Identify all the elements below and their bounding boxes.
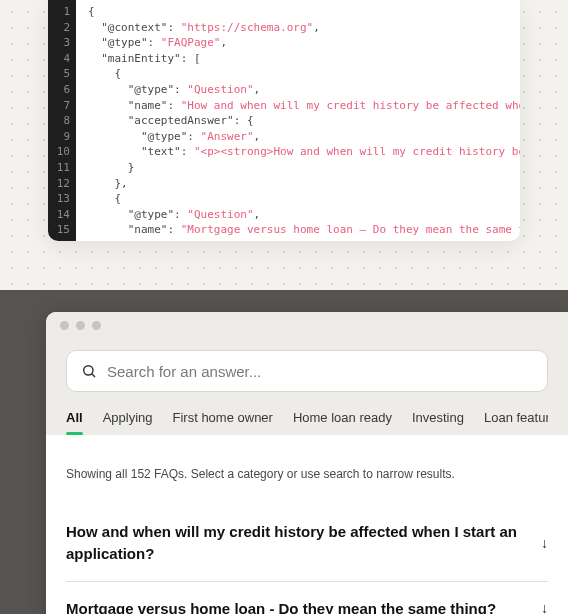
category-tabs: All Applying First home owner Home loan … <box>66 410 548 435</box>
faq-question-text: Mortgage versus home loan - Do they mean… <box>66 598 496 615</box>
svg-point-0 <box>84 366 93 375</box>
faq-question-text: How and when will my credit history be a… <box>66 521 521 565</box>
tab-home-loan-ready[interactable]: Home loan ready <box>293 410 392 435</box>
search-field[interactable] <box>66 350 548 392</box>
traffic-light-close[interactable] <box>60 321 69 330</box>
faq-item[interactable]: Mortgage versus home loan - Do they mean… <box>66 582 548 615</box>
browser-chrome: All Applying First home owner Home loan … <box>46 338 568 435</box>
results-meta: Showing all 152 FAQs. Select a category … <box>66 467 548 481</box>
tab-investing[interactable]: Investing <box>412 410 464 435</box>
tab-applying[interactable]: Applying <box>103 410 153 435</box>
faq-content: Showing all 152 FAQs. Select a category … <box>46 435 568 614</box>
traffic-light-max[interactable] <box>92 321 101 330</box>
chevron-down-icon: ↓ <box>541 600 548 614</box>
tab-all[interactable]: All <box>66 410 83 435</box>
traffic-light-min[interactable] <box>76 321 85 330</box>
tab-loan-features[interactable]: Loan features <box>484 410 548 435</box>
tab-first-home-owner[interactable]: First home owner <box>173 410 273 435</box>
browser-window: All Applying First home owner Home loan … <box>46 312 568 614</box>
line-gutter: 1 2 3 4 5 6 7 8 9 10 11 12 13 14 15 <box>48 0 76 241</box>
code-block: 1 2 3 4 5 6 7 8 9 10 11 12 13 14 15 { "@… <box>48 0 520 241</box>
code-content: { "@context": "https://schema.org", "@ty… <box>76 0 520 241</box>
search-input[interactable] <box>107 363 533 380</box>
faq-item[interactable]: How and when will my credit history be a… <box>66 505 548 582</box>
chevron-down-icon: ↓ <box>541 535 548 551</box>
window-titlebar <box>46 312 568 338</box>
browser-backdrop: All Applying First home owner Home loan … <box>0 290 568 614</box>
svg-line-1 <box>92 374 95 377</box>
search-icon <box>81 363 97 379</box>
